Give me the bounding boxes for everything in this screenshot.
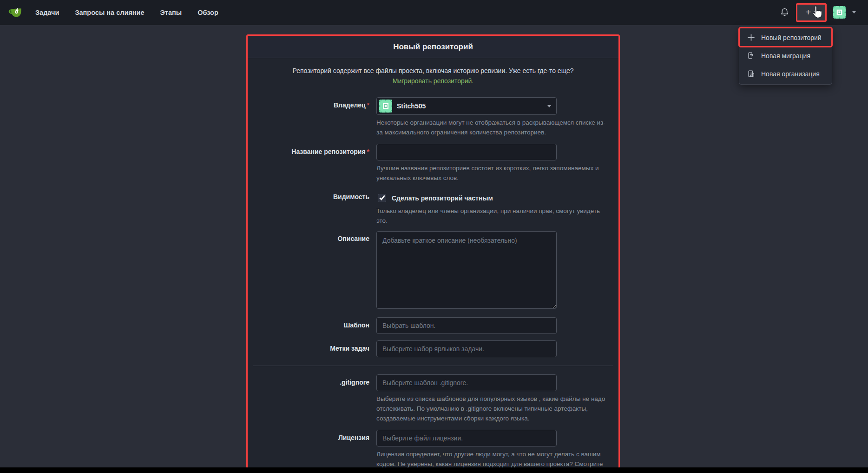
visibility-row: Видимость Сделать репозиторий частным То… [248,189,618,226]
plus-icon [747,33,755,41]
issue-labels-row: Метки задач [248,340,618,357]
user-avatar-identicon[interactable] [833,6,846,19]
gitignore-label: .gitignore [248,374,369,423]
migrate-repository-link[interactable]: Мигрировать репозиторий. [393,77,474,85]
repo-name-label: Название репозитория* [248,144,369,183]
create-new-dropdown-menu: Новый репозиторий Новая миграция [739,27,832,85]
owner-avatar-identicon [379,100,392,113]
license-input[interactable] [376,430,557,446]
menu-item-new-migration[interactable]: Новая миграция [739,47,832,65]
new-repository-form: Новый репозиторий Репозиторий содержит в… [246,34,620,469]
chevron-down-icon [547,105,551,107]
template-input[interactable] [376,317,557,334]
gitignore-input[interactable] [376,374,557,391]
user-menu-chevron-icon[interactable] [852,11,856,13]
top-navbar: Задачи Запросы на слияние Этапы Обзор + [0,0,868,25]
template-label: Шаблон [248,317,369,334]
create-new-button[interactable]: + [796,3,827,22]
owner-label: Владелец* [248,97,369,137]
menu-item-new-organization[interactable]: Новая организация [739,65,832,83]
section-divider [253,366,613,366]
form-header: Новый репозиторий [248,36,618,58]
chevron-down-icon [814,11,817,13]
form-title: Новый репозиторий [393,42,473,52]
organization-icon [747,70,755,78]
nav-link-issues[interactable]: Задачи [35,9,59,16]
menu-item-label: Новый репозиторий [761,34,822,41]
template-row: Шаблон [248,317,618,334]
owner-help-text: Некоторые организации могут не отображат… [376,118,612,137]
bottom-black-strip [0,467,868,473]
intro-text: Репозиторий содержит все файлы проекта, … [292,67,573,74]
owner-selected-value: Stitch505 [397,102,426,110]
required-asterisk: * [367,101,369,109]
gitea-logo[interactable] [8,6,22,20]
description-row: Описание [248,231,618,311]
repo-name-input[interactable] [376,144,557,160]
bell-icon[interactable] [780,7,789,17]
visibility-label: Видимость [248,189,369,226]
menu-item-new-repository[interactable]: Новый репозиторий [739,28,832,47]
issue-labels-input[interactable] [376,340,557,357]
license-help-body: Лицензия определяет, что другие люди мог… [376,451,603,467]
description-label: Описание [248,231,369,311]
form-intro-text: Репозиторий содержит все файлы проекта, … [272,66,594,86]
visibility-help-text: Только владелец или члены организации, п… [376,206,612,226]
primary-nav: Задачи Запросы на слияние Этапы Обзор [35,9,218,16]
plus-icon: + [805,7,811,17]
nav-link-pull-requests[interactable]: Запросы на слияние [75,9,144,16]
repo-name-help-text: Лучшие названия репозиториев состоят из … [376,163,612,183]
repo-name-row: Название репозитория* Лучшие названия ре… [248,144,618,183]
license-help-text: Лицензия определяет, что другие люди мог… [376,449,612,469]
nav-link-milestones[interactable]: Этапы [160,9,182,16]
required-asterisk: * [367,148,369,155]
issue-labels-label: Метки задач [248,340,369,357]
form-body: Репозиторий содержит все файлы проекта, … [248,58,618,469]
license-label: Лицензия [248,430,369,469]
navbar-right-cluster: + [780,3,856,22]
menu-item-label: Новая миграция [761,52,810,60]
license-row: Лицензия Лицензия определяет, что другие… [248,430,618,469]
private-repo-checkbox[interactable] [378,194,386,202]
screen: Задачи Запросы на слияние Этапы Обзор + [0,0,868,473]
owner-select-dropdown[interactable]: Stitch505 [376,97,557,115]
description-textarea[interactable] [376,231,557,309]
private-repo-checkbox-label[interactable]: Сделать репозиторий частным [392,194,493,202]
menu-item-label: Новая организация [761,70,820,78]
gitignore-help-text: Выберите из списка шаблонов для популярн… [376,394,612,423]
owner-row: Владелец* [248,97,618,137]
migration-icon [747,52,755,60]
nav-link-explore[interactable]: Обзор [197,9,218,16]
gitignore-row: .gitignore Выберите из списка шаблонов д… [248,374,618,423]
